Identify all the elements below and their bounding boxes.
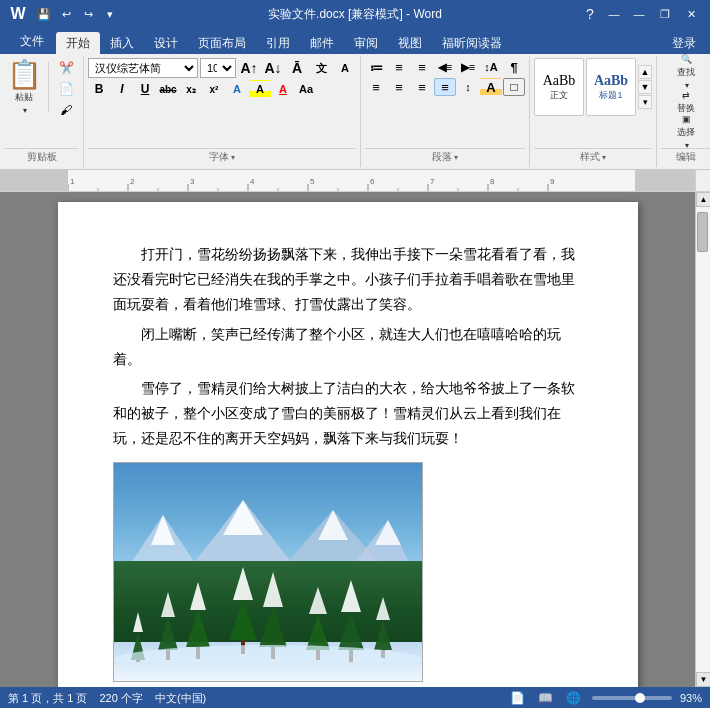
- image-container: [113, 462, 588, 682]
- help-button[interactable]: ?: [580, 4, 600, 24]
- show-marks-button[interactable]: ¶: [503, 58, 525, 76]
- bold-button[interactable]: B: [88, 80, 110, 98]
- text-effect-button[interactable]: A: [226, 80, 248, 98]
- undo-button[interactable]: ↩: [56, 4, 76, 24]
- scroll-up-button[interactable]: ▲: [696, 192, 710, 207]
- ruler: 1 2 3 4 5 6 7 8 9: [0, 170, 710, 192]
- styles-expand[interactable]: ▾: [602, 153, 606, 162]
- font-grow-button[interactable]: A↑: [238, 59, 260, 77]
- font-group: 汉仪综艺体简 10 A↑ A↓ Ā 文 A B I U abc x₂: [84, 56, 361, 167]
- font-label: 字体 ▾: [88, 148, 356, 165]
- copy-button[interactable]: 📄: [53, 79, 79, 99]
- paragraph-controls: ≔ ≡ ≡ ◀≡ ▶≡ ↕A ¶ ≡ ≡ ≡ ≡ ↕ A □: [365, 58, 525, 96]
- login-button[interactable]: 登录: [662, 32, 706, 54]
- select-button[interactable]: ▣ 选择 ▾: [661, 118, 710, 146]
- page-info: 第 1 页，共 1 页: [8, 691, 87, 706]
- ruler-corner: [695, 170, 710, 191]
- paragraph-group: ≔ ≡ ≡ ◀≡ ▶≡ ↕A ¶ ≡ ≡ ≡ ≡ ↕ A □: [361, 56, 530, 167]
- restore-button[interactable]: ❐: [654, 4, 676, 24]
- style-up-button[interactable]: ▲: [638, 65, 652, 79]
- decrease-indent-button[interactable]: ◀≡: [434, 58, 456, 76]
- svg-text:4: 4: [250, 177, 255, 186]
- tab-view[interactable]: 视图: [388, 32, 432, 54]
- replace-button[interactable]: ⇄ 替换: [661, 88, 710, 116]
- shading-button[interactable]: A: [480, 78, 502, 96]
- ribbon-minimize-button[interactable]: —: [604, 4, 624, 24]
- tab-review[interactable]: 审阅: [344, 32, 388, 54]
- tab-page-layout[interactable]: 页面布局: [188, 32, 256, 54]
- strikethrough-button[interactable]: abc: [157, 80, 179, 98]
- save-button[interactable]: 💾: [34, 4, 54, 24]
- cut-button[interactable]: ✂️: [53, 58, 79, 78]
- font-size-select[interactable]: 10: [200, 58, 236, 78]
- scroll-down-button[interactable]: ▼: [696, 672, 710, 687]
- paragraph-expand[interactable]: ▾: [454, 153, 458, 162]
- style-normal[interactable]: AaBb 正文: [534, 58, 584, 116]
- multilevel-button[interactable]: ≡: [411, 58, 433, 76]
- highlight-button[interactable]: A: [249, 80, 271, 98]
- font-expand[interactable]: ▾: [231, 153, 235, 162]
- zoom-slider[interactable]: [592, 696, 672, 700]
- increase-indent-button[interactable]: ▶≡: [457, 58, 479, 76]
- find-icon: 🔍: [681, 54, 692, 64]
- web-view-button[interactable]: 🌐: [564, 689, 584, 707]
- style-expand-button[interactable]: ▾: [638, 95, 652, 109]
- sort-button[interactable]: ↕A: [480, 58, 502, 76]
- align-center-button[interactable]: ≡: [388, 78, 410, 96]
- phonetic-guide-button[interactable]: 文: [310, 59, 332, 77]
- align-right-button[interactable]: ≡: [411, 78, 433, 96]
- tab-insert[interactable]: 插入: [100, 32, 144, 54]
- tab-mailings[interactable]: 邮件: [300, 32, 344, 54]
- font-controls: 汉仪综艺体简 10 A↑ A↓ Ā 文 A B I U abc x₂: [88, 58, 356, 98]
- superscript-button[interactable]: x²: [203, 80, 225, 98]
- editing-group: 🔍 查找 ▾ ⇄ 替换 ▣ 选择 ▾ 编辑: [657, 56, 710, 167]
- line-spacing-button[interactable]: ↕: [457, 78, 479, 96]
- paste-button[interactable]: 📋 粘贴 ▾: [4, 58, 44, 118]
- word-count-text: 220 个字: [99, 691, 142, 706]
- tab-file[interactable]: 文件: [8, 28, 56, 54]
- font-color-button[interactable]: A: [272, 80, 294, 98]
- clear-format-button[interactable]: Ā: [286, 59, 308, 77]
- page-info-text: 第 1 页，共 1 页: [8, 691, 87, 706]
- page-view-button[interactable]: 📄: [508, 689, 528, 707]
- title-bar: W 💾 ↩ ↪ ▾ 实验文件.docx [兼容模式] - Word ? — — …: [0, 0, 710, 28]
- align-justify-button[interactable]: ≡: [434, 78, 456, 96]
- style-down-button[interactable]: ▼: [638, 80, 652, 94]
- find-button[interactable]: 🔍 查找 ▾: [661, 58, 710, 86]
- tab-design[interactable]: 设计: [144, 32, 188, 54]
- format-paint-button[interactable]: 🖌: [53, 100, 79, 120]
- underline-button[interactable]: U: [134, 80, 156, 98]
- customize-button[interactable]: ▾: [100, 4, 120, 24]
- paste-label: 粘贴: [15, 91, 33, 104]
- style-heading1-label: 标题1: [599, 89, 622, 102]
- clipboard-label: 剪贴板: [4, 148, 79, 165]
- language-text: 中文(中国): [155, 691, 206, 706]
- bullets-button[interactable]: ≔: [365, 58, 387, 76]
- char-border-button[interactable]: A: [334, 59, 356, 77]
- tab-references[interactable]: 引用: [256, 32, 300, 54]
- read-view-button[interactable]: 📖: [536, 689, 556, 707]
- word-count: 220 个字: [99, 691, 142, 706]
- italic-button[interactable]: I: [111, 80, 133, 98]
- minimize-button[interactable]: —: [628, 4, 650, 24]
- tab-home[interactable]: 开始: [56, 32, 100, 54]
- close-button[interactable]: ✕: [680, 4, 702, 24]
- scroll-track[interactable]: [696, 207, 710, 672]
- document-page[interactable]: 打开门，雪花纷纷扬扬飘落下来，我伸出手接下一朵雪花看看了看，我还没看完时它已经消…: [58, 202, 638, 687]
- tab-foxit[interactable]: 福昕阅读器: [432, 32, 512, 54]
- font-name-select[interactable]: 汉仪综艺体简: [88, 58, 198, 78]
- font-aa-button[interactable]: Aa: [295, 80, 317, 98]
- ruler-left-margin: [0, 170, 68, 191]
- paste-expand: ▾: [23, 106, 27, 115]
- paragraph-label: 段落 ▾: [365, 148, 525, 165]
- style-heading1[interactable]: AaBb 标题1: [586, 58, 636, 116]
- align-left-button[interactable]: ≡: [365, 78, 387, 96]
- scroll-thumb[interactable]: [697, 212, 708, 252]
- redo-button[interactable]: ↪: [78, 4, 98, 24]
- zoom-thumb[interactable]: [635, 693, 645, 703]
- editing-label: 编辑: [661, 148, 710, 165]
- numbering-button[interactable]: ≡: [388, 58, 410, 76]
- subscript-button[interactable]: x₂: [180, 80, 202, 98]
- border-button[interactable]: □: [503, 78, 525, 96]
- font-shrink-button[interactable]: A↓: [262, 59, 284, 77]
